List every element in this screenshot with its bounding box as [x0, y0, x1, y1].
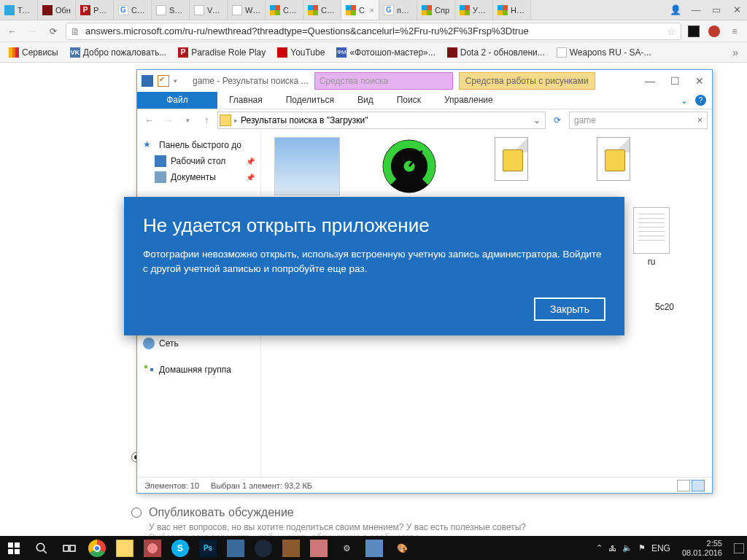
bookmark-star-icon[interactable]: ☆: [667, 26, 676, 37]
site-info-icon[interactable]: 🗎: [71, 26, 81, 36]
taskbar-app3-icon[interactable]: [277, 536, 305, 560]
taskbar-app4-icon[interactable]: [305, 536, 333, 560]
start-button[interactable]: [0, 536, 28, 560]
reload-button[interactable]: ⟳: [45, 23, 61, 39]
browser-tab[interactable]: PPara: [76, 0, 114, 20]
tray-language[interactable]: ENG: [651, 543, 670, 553]
tab-close-icon[interactable]: ×: [370, 6, 374, 15]
taskbar-settings-icon[interactable]: ⚙: [333, 536, 360, 560]
search-clear-icon[interactable]: ×: [697, 115, 703, 125]
sidebar-quick-access[interactable]: ★ Панель быстрого до: [137, 137, 260, 153]
qat-dropdown-icon[interactable]: ▾: [174, 77, 177, 85]
tray-network-icon[interactable]: 🖧: [608, 544, 616, 553]
file-item[interactable]: [471, 137, 551, 195]
user-icon[interactable]: 👤: [665, 0, 686, 20]
back-button[interactable]: ←: [4, 23, 20, 39]
explorer-titlebar[interactable]: ▾ game - Результаты поиска ... Средства …: [137, 70, 712, 92]
browser-tab[interactable]: GСАМ: [114, 0, 152, 20]
explorer-minimize-icon[interactable]: —: [638, 70, 662, 92]
taskbar-steam-icon[interactable]: [249, 536, 277, 560]
browser-tab[interactable]: Спр: [417, 0, 455, 20]
file-item[interactable]: 5c20: [624, 302, 705, 312]
taskbar-chrome-icon[interactable]: [83, 536, 111, 560]
file-item[interactable]: [369, 137, 449, 195]
taskbar-app2-icon[interactable]: [222, 536, 249, 560]
tray-flag-icon[interactable]: ⚑: [638, 543, 646, 553]
pin-icon[interactable]: 📌: [246, 174, 255, 182]
bookmark-item[interactable]: VKДобро пожаловать...: [66, 46, 171, 59]
tray-overflow-icon[interactable]: ⌃: [596, 543, 603, 553]
file-item[interactable]: [573, 137, 654, 195]
taskbar-explorer-icon[interactable]: [111, 536, 139, 560]
taskbar-paint-icon[interactable]: 🎨: [388, 536, 416, 560]
browser-tab[interactable]: Skin:: [152, 0, 190, 20]
nav-up-icon[interactable]: ↑: [198, 112, 214, 128]
taskbar-app-icon[interactable]: [139, 536, 166, 560]
browser-tab[interactable]: Учет: [455, 0, 493, 20]
nav-recent-icon[interactable]: ▾: [179, 112, 196, 128]
maximize-icon[interactable]: ▭: [706, 0, 727, 20]
qat-properties-icon[interactable]: [158, 75, 169, 87]
tray-notifications-icon[interactable]: [734, 543, 744, 553]
bookmark-item[interactable]: ФМ«Фотошоп-мастер»...: [332, 46, 439, 59]
ribbon-tab-search[interactable]: Поиск: [385, 92, 433, 109]
ribbon-tab-manage[interactable]: Управление: [433, 92, 505, 109]
path-dropdown-icon[interactable]: ⌄: [530, 115, 543, 125]
view-details-icon[interactable]: [677, 480, 690, 491]
task-view-icon[interactable]: [55, 536, 83, 560]
browser-tab[interactable]: Обн: [38, 0, 76, 20]
pin-icon[interactable]: 📌: [246, 158, 255, 166]
explorer-maximize-icon[interactable]: ☐: [662, 70, 687, 92]
sidebar-desktop[interactable]: Рабочий стол 📌: [137, 153, 260, 169]
search-box[interactable]: game ×: [569, 112, 708, 129]
browser-tab[interactable]: Наст: [493, 0, 531, 20]
forward-button[interactable]: →: [25, 23, 41, 39]
browser-tab[interactable]: С×: [341, 0, 379, 20]
taskbar-skype-icon[interactable]: S: [166, 536, 194, 560]
browser-tab[interactable]: Vehi: [190, 0, 228, 20]
ribbon-tab-share[interactable]: Поделиться: [274, 92, 346, 109]
browser-tab[interactable]: Wea: [228, 0, 266, 20]
context-tab-search[interactable]: Средства поиска: [314, 72, 453, 90]
taskbar-app5-icon[interactable]: [360, 536, 388, 560]
ribbon-tab-file[interactable]: Файл: [137, 92, 217, 109]
ribbon-tab-home[interactable]: Главная: [217, 92, 274, 109]
path-box[interactable]: ▸ Результаты поиска в "Загрузки" ⌄: [217, 112, 546, 129]
address-bar[interactable]: 🗎 answers.microsoft.com/ru-ru/newthread?…: [66, 23, 681, 40]
taskbar-photoshop-icon[interactable]: Ps: [194, 536, 222, 560]
close-icon[interactable]: ✕: [727, 0, 747, 20]
tray-clock[interactable]: 2:55 08.01.2016: [676, 539, 728, 556]
bookmark-item[interactable]: YouTube: [273, 46, 329, 59]
nav-forward-icon[interactable]: →: [160, 112, 177, 128]
refresh-icon[interactable]: ⟳: [549, 112, 566, 129]
chrome-menu-icon[interactable]: ≡: [727, 23, 743, 39]
nav-back-icon[interactable]: ←: [142, 112, 158, 128]
browser-tab[interactable]: Связ: [303, 0, 341, 20]
ribbon-help-icon[interactable]: ?: [695, 95, 706, 106]
explorer-close-icon[interactable]: ✕: [687, 70, 712, 92]
path-chevron-icon[interactable]: ▸: [234, 117, 238, 124]
radio-option-publish[interactable]: Опубликовать обсуждение: [131, 506, 689, 519]
extension-icon-2[interactable]: [706, 23, 722, 39]
sidebar-documents[interactable]: Документы 📌: [137, 169, 260, 185]
file-item[interactable]: [267, 137, 347, 195]
context-tab-picture[interactable]: Средства работы с рисунками: [459, 72, 595, 90]
browser-tab[interactable]: Теле: [0, 0, 38, 20]
bookmark-item[interactable]: PParadise Role Play: [174, 46, 270, 59]
ribbon-expand-icon[interactable]: ⌄: [681, 96, 688, 106]
close-button[interactable]: Закрыть: [534, 298, 605, 321]
view-thumbnails-icon[interactable]: [692, 480, 705, 491]
bookmarks-overflow-icon[interactable]: »: [728, 47, 743, 58]
bookmark-item[interactable]: Dota 2 - обновлени...: [443, 46, 549, 59]
browser-tab[interactable]: Связ: [266, 0, 303, 20]
sidebar-homegroup[interactable]: Домашняя группа: [137, 362, 260, 378]
search-icon[interactable]: [28, 536, 55, 560]
minimize-icon[interactable]: —: [686, 0, 706, 20]
ribbon-tab-view[interactable]: Вид: [346, 92, 385, 109]
sidebar-network[interactable]: Сеть: [137, 335, 260, 351]
bookmark-item[interactable]: Weapons RU - SA-...: [552, 46, 656, 59]
bookmark-item[interactable]: Сервисы: [4, 46, 63, 59]
tray-volume-icon[interactable]: 🔈: [622, 543, 632, 553]
browser-tab[interactable]: Gпыта: [379, 0, 417, 20]
extension-icon-1[interactable]: [686, 23, 702, 39]
